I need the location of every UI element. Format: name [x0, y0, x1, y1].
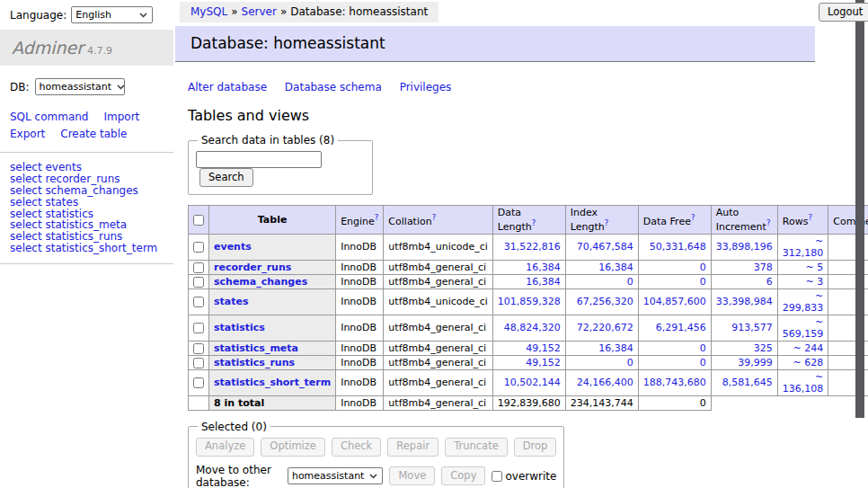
rows-link[interactable]: ~ 312,180 [783, 235, 824, 259]
database-schema-link[interactable]: Database schema [285, 81, 382, 93]
scrollbar[interactable] [855, 0, 864, 488]
db-select[interactable]: homeassistant [35, 78, 125, 95]
index-length-link[interactable]: 16,384 [598, 342, 633, 354]
table-row: statistics_runsInnoDButf8mb4_general_ci4… [189, 355, 868, 369]
sidebar-table-link[interactable]: statistics_short_term [45, 242, 157, 254]
data-length-link[interactable]: 49,152 [526, 342, 561, 354]
alter-database-link[interactable]: Alter database [188, 81, 267, 93]
row-checkbox-cell [189, 355, 209, 369]
data-free-link[interactable]: 0 [700, 262, 706, 273]
index-length-link[interactable]: 0 [627, 357, 633, 368]
move-database-select-value: homeassistant [292, 470, 365, 482]
index-length-link[interactable]: 70,467,584 [577, 241, 633, 253]
import-link[interactable]: Import [103, 111, 139, 123]
data-length-link[interactable]: 31,522,816 [504, 241, 561, 253]
data-free-link[interactable]: 0 [700, 342, 706, 354]
logout-button[interactable]: Logout [819, 3, 868, 22]
data-length-cell: 101,859,328 [492, 288, 565, 315]
index-length-link[interactable]: 0 [627, 276, 633, 288]
help-link[interactable]: ? [432, 213, 437, 222]
index-length-link[interactable]: 16,384 [598, 262, 633, 273]
data-free-link[interactable]: 0 [700, 357, 706, 368]
data-free-link[interactable]: 188,743,680 [643, 377, 706, 388]
data-length-link[interactable]: 48,824,320 [504, 322, 561, 333]
help-link[interactable]: ? [532, 218, 536, 227]
row-checkbox[interactable] [193, 242, 204, 253]
chevron-down-icon [139, 13, 147, 18]
auto-increment-link[interactable]: 913,577 [731, 322, 773, 333]
row-checkbox[interactable] [193, 323, 204, 333]
auto-increment-link[interactable]: 39,999 [738, 357, 773, 368]
move-database-select[interactable]: homeassistant [288, 467, 384, 484]
help-link[interactable]: ? [691, 213, 695, 222]
data-length-link[interactable]: 10,502,144 [504, 377, 561, 388]
table-name-link[interactable]: recorder_runs [214, 262, 291, 273]
rows-link[interactable]: ~ 628 [793, 357, 824, 368]
column-header-index-length: Index Length? [565, 206, 638, 235]
table-name-link[interactable]: events [214, 241, 252, 253]
row-checkbox[interactable] [193, 358, 204, 368]
table-name-link[interactable]: states [214, 296, 249, 307]
row-checkbox[interactable] [193, 343, 204, 354]
data-length-link[interactable]: 101,859,328 [498, 296, 561, 307]
table-name-link[interactable]: schema_changes [214, 276, 307, 288]
data-length-link[interactable]: 49,152 [526, 357, 561, 368]
table-name-link[interactable]: statistics [214, 322, 265, 333]
auto-increment-link[interactable]: 33,898,196 [716, 241, 773, 253]
table-name-link[interactable]: statistics_runs [214, 357, 295, 368]
help-link[interactable]: ? [766, 218, 771, 227]
row-checkbox[interactable] [193, 297, 204, 307]
auto-increment-link[interactable]: 378 [754, 262, 773, 273]
rows-link[interactable]: ~ 136,108 [783, 371, 824, 395]
breadcrumb-server-link[interactable]: Server [242, 5, 277, 18]
help-link[interactable]: ? [605, 218, 609, 227]
create-table-link[interactable]: Create table [60, 128, 127, 140]
rows-link[interactable]: ~ 5 [806, 262, 824, 273]
auto-increment-link[interactable]: 325 [754, 342, 773, 354]
table-name-link[interactable]: statistics_meta [214, 342, 298, 354]
search-input[interactable] [196, 151, 322, 168]
language-select[interactable]: English [71, 6, 153, 23]
overwrite-checkbox[interactable] [492, 471, 502, 482]
row-checkbox-cell [189, 369, 209, 395]
index-length-link[interactable]: 67,256,320 [577, 296, 633, 307]
auto-increment-link[interactable]: 6 [766, 276, 773, 288]
breadcrumb-mysql-link[interactable]: MySQL [190, 5, 227, 18]
data-length-link[interactable]: 16,384 [526, 276, 561, 288]
data-free-link[interactable]: 0 [700, 276, 706, 288]
analyze-button: Analyze [196, 438, 254, 457]
data-length-cell: 49,152 [492, 355, 565, 369]
select-link[interactable]: select [10, 242, 42, 254]
privileges-link[interactable]: Privileges [400, 81, 452, 93]
data-free-link[interactable]: 50,331,648 [650, 241, 706, 253]
select-all-checkbox[interactable] [193, 215, 204, 226]
rows-link[interactable]: ~ 569,159 [783, 316, 824, 340]
index-length-cell: 0 [565, 355, 638, 369]
row-checkbox[interactable] [193, 377, 204, 388]
data-free-link[interactable]: 6,291,456 [656, 322, 706, 333]
data-free-cell: 0 [638, 260, 711, 274]
help-link[interactable]: ? [375, 213, 379, 222]
index-length-link[interactable]: 72,220,672 [577, 322, 633, 333]
rows-link[interactable]: ~ 244 [793, 342, 824, 354]
table-name-link[interactable]: statistics_short_term [214, 377, 331, 388]
auto-increment-link[interactable]: 33,398,984 [716, 296, 773, 307]
help-link[interactable]: ? [808, 213, 812, 222]
index-length-link[interactable]: 24,166,400 [577, 377, 633, 388]
engine-cell: InnoDB [336, 288, 384, 315]
row-checkbox[interactable] [193, 277, 204, 288]
totals-row: 8 in totalInnoDButf8mb4_general_ci192,83… [189, 395, 868, 410]
export-link[interactable]: Export [10, 128, 45, 140]
search-button[interactable]: Search [199, 168, 253, 187]
data-free-link[interactable]: 104,857,600 [643, 296, 706, 307]
scrollbar-thumb[interactable] [855, 0, 864, 418]
rows-link[interactable]: ~ 299,833 [783, 290, 824, 314]
row-checkbox[interactable] [193, 262, 204, 273]
rows-link[interactable]: ~ 3 [806, 276, 824, 288]
column-header-data-free: Data Free? [638, 206, 711, 235]
engine-cell: InnoDB [336, 315, 384, 341]
language-label: Language: [10, 9, 66, 22]
data-length-link[interactable]: 16,384 [526, 262, 561, 273]
sql-command-link[interactable]: SQL command [10, 111, 88, 123]
auto-increment-link[interactable]: 8,581,645 [722, 377, 773, 388]
